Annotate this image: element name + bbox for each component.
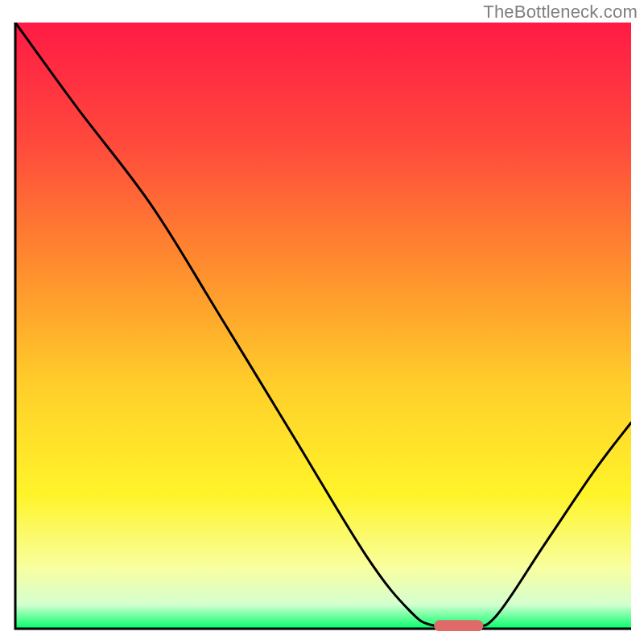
watermark-text: TheBottleneck.com — [483, 2, 638, 23]
chart-svg — [13, 23, 631, 631]
svg-rect-1 — [434, 620, 483, 631]
plot-area — [13, 23, 631, 631]
chart-container: TheBottleneck.com — [0, 0, 644, 644]
svg-rect-0 — [15, 23, 631, 629]
